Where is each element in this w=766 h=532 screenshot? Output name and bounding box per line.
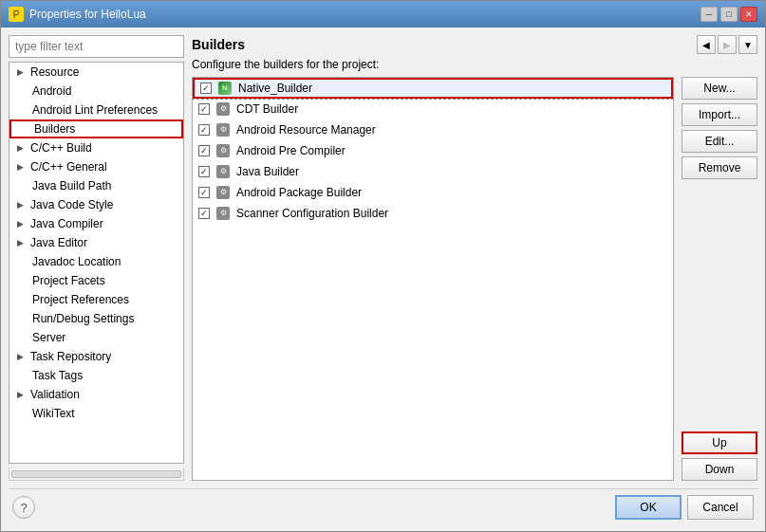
filter-input[interactable]: [9, 35, 184, 58]
right-header: Builders ◀ ▶ ▼: [192, 35, 757, 54]
tree-item-label: C/C++ General: [30, 160, 107, 174]
tree-item-label: Java Build Path: [32, 179, 111, 193]
tree-item-label: Run/Debug Settings: [32, 312, 134, 325]
tree-arrow: ▶: [17, 390, 28, 399]
horizontal-scrollbar[interactable]: [9, 468, 184, 481]
new-button[interactable]: New...: [682, 77, 757, 100]
up-button[interactable]: Up: [682, 431, 757, 454]
tree-item-resource[interactable]: ▶Resource: [9, 63, 183, 82]
tree-item-label: Resource: [30, 65, 79, 79]
tree-item-validation[interactable]: ▶Validation: [9, 385, 183, 404]
import-button[interactable]: Import...: [682, 103, 757, 126]
tree-arrow: ▶: [17, 352, 28, 361]
builders-panel: N Native_Builder ⚙ CDT Builder ⚙ Android…: [192, 77, 757, 481]
tree-item-android-lint[interactable]: Android Lint Preferences: [9, 101, 183, 119]
tree-item-project-facets[interactable]: Project Facets: [9, 271, 183, 290]
down-button[interactable]: Down: [682, 458, 757, 481]
tree-item-label: Java Code Style: [30, 198, 113, 211]
tree-item-java-editor[interactable]: ▶Java Editor: [9, 233, 183, 252]
builder-icon-native: N: [217, 81, 233, 96]
tree-item-android[interactable]: Android: [9, 82, 183, 101]
remove-button[interactable]: Remove: [682, 156, 757, 179]
close-button[interactable]: ✕: [740, 7, 757, 22]
toolbar: ◀ ▶ ▼: [697, 35, 757, 54]
tree-item-wikitext[interactable]: WikiText: [9, 404, 183, 423]
builder-item-scanner[interactable]: ⚙ Scanner Configuration Builder: [193, 203, 673, 224]
tree-item-java-compiler[interactable]: ▶Java Compiler: [9, 214, 183, 233]
builder-checkbox-java[interactable]: [198, 166, 210, 177]
tree-item-project-references[interactable]: Project References: [9, 290, 183, 309]
tree-arrow: ▶: [17, 162, 28, 172]
dialog-buttons: OK Cancel: [615, 495, 754, 520]
tree-item-label: Project References: [32, 293, 129, 306]
builder-label-cdt: CDT Builder: [236, 102, 298, 116]
tree-item-java-code-style[interactable]: ▶Java Code Style: [9, 195, 183, 214]
right-panel: Builders ◀ ▶ ▼ Configure the builders fo…: [192, 35, 757, 481]
builder-checkbox-cdt[interactable]: [198, 103, 210, 115]
help-button[interactable]: ?: [12, 496, 35, 519]
tree-item-label: Android: [32, 84, 71, 98]
tree-item-javadoc[interactable]: Javadoc Location: [9, 252, 183, 271]
toolbar-forward-button[interactable]: ▶: [718, 35, 737, 54]
tree-item-label: Task Repository: [30, 350, 111, 363]
builder-icon-android-package: ⚙: [215, 185, 231, 200]
builder-icon-android-pre: ⚙: [215, 143, 231, 158]
tree-item-label: Task Tags: [32, 369, 83, 382]
tree-item-run-debug[interactable]: Run/Debug Settings: [9, 309, 183, 328]
minimize-button[interactable]: ─: [701, 7, 718, 22]
ok-button[interactable]: OK: [615, 495, 682, 520]
tree-item-label: Validation: [30, 388, 80, 401]
main-area: ▶ResourceAndroidAndroid Lint Preferences…: [9, 35, 757, 481]
tree-view: ▶ResourceAndroidAndroid Lint Preferences…: [9, 62, 184, 464]
cancel-button[interactable]: Cancel: [687, 495, 754, 520]
section-title: Builders: [192, 37, 245, 52]
builder-checkbox-scanner[interactable]: [198, 208, 210, 219]
builder-label-android-package: Android Package Builder: [236, 186, 362, 199]
tree-item-java-build-path[interactable]: Java Build Path: [9, 176, 183, 195]
tree-item-label: Javadoc Location: [32, 255, 121, 268]
maximize-button[interactable]: □: [720, 7, 738, 22]
builder-icon-scanner: ⚙: [215, 206, 231, 221]
toolbar-dropdown-button[interactable]: ▼: [738, 35, 757, 54]
tree-item-label: Builders: [34, 122, 75, 136]
tree-item-task-repository[interactable]: ▶Task Repository: [9, 347, 183, 366]
builder-item-android-resource[interactable]: ⚙ Android Resource Manager: [193, 119, 673, 140]
tree-item-label: Server: [32, 331, 65, 344]
scrollbar-track: [11, 470, 181, 478]
builder-checkbox-native[interactable]: [200, 83, 212, 94]
toolbar-back-button[interactable]: ◀: [697, 35, 716, 54]
builder-item-java[interactable]: ⚙ Java Builder: [193, 161, 673, 182]
builder-checkbox-android-resource[interactable]: [198, 124, 210, 136]
tree-item-label: Project Facets: [32, 274, 105, 287]
tree-item-cpp-build[interactable]: ▶C/C++ Build: [9, 138, 183, 157]
builders-list: N Native_Builder ⚙ CDT Builder ⚙ Android…: [192, 77, 674, 481]
tree-item-cpp-general[interactable]: ▶C/C++ General: [9, 157, 183, 176]
builder-item-android-package[interactable]: ⚙ Android Package Builder: [193, 182, 673, 203]
edit-button[interactable]: Edit...: [682, 130, 757, 153]
tree-item-server[interactable]: Server: [9, 328, 183, 347]
tree-item-task-tags[interactable]: Task Tags: [9, 366, 183, 385]
tree-item-builders[interactable]: Builders: [9, 119, 183, 138]
builder-item-android-pre[interactable]: ⚙ Android Pre Compiler: [193, 140, 673, 161]
builders-subtitle: Configure the builders for the project:: [192, 58, 757, 71]
builder-icon-java: ⚙: [215, 164, 231, 179]
builder-item-cdt[interactable]: ⚙ CDT Builder: [193, 99, 673, 119]
main-window: P Properties for HelloLua ─ □ ✕ ▶Resourc…: [0, 0, 766, 532]
tree-arrow: ▶: [17, 219, 28, 229]
builder-checkbox-android-pre[interactable]: [198, 145, 210, 156]
builder-checkbox-android-package[interactable]: [198, 187, 210, 198]
tree-item-label: Java Editor: [30, 236, 87, 249]
tree-arrow: ▶: [17, 67, 28, 77]
tree-item-label: Java Compiler: [30, 217, 103, 230]
tree-item-label: WikiText: [32, 407, 75, 420]
dialog-content: ▶ResourceAndroidAndroid Lint Preferences…: [1, 28, 765, 531]
builder-label-android-resource: Android Resource Manager: [236, 123, 376, 137]
builder-item-native[interactable]: N Native_Builder: [193, 78, 673, 99]
builder-label-java: Java Builder: [236, 165, 299, 178]
window-icon: P: [9, 7, 24, 22]
tree-item-label: Android Lint Preferences: [32, 103, 158, 117]
titlebar: P Properties for HelloLua ─ □ ✕: [1, 1, 765, 28]
bottom-bar: ? OK Cancel: [9, 488, 757, 523]
tree-arrow: ▶: [17, 143, 28, 153]
titlebar-buttons: ─ □ ✕: [701, 7, 757, 22]
